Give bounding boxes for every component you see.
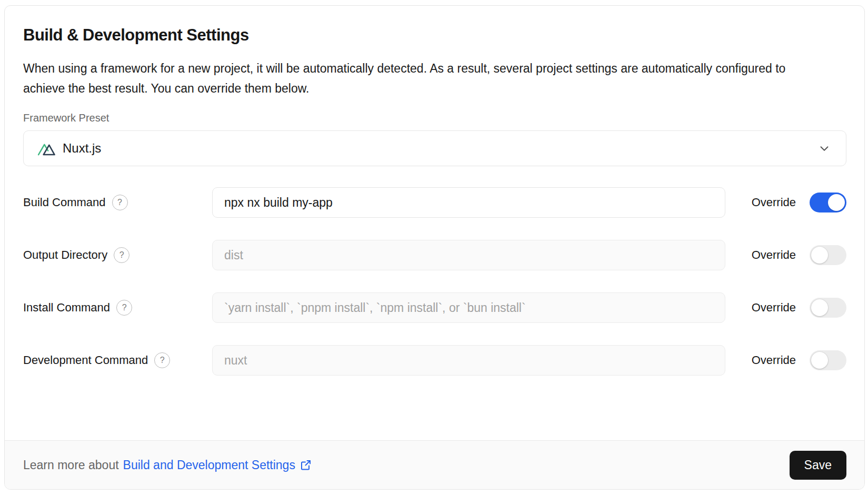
learn-more-prefix: Learn more about	[23, 458, 119, 472]
override-label: Override	[752, 301, 796, 315]
help-circle-icon[interactable]: ?	[112, 195, 128, 210]
build-dev-settings-link[interactable]: Build and Development Settings	[123, 458, 295, 472]
override-label: Override	[752, 353, 796, 367]
framework-selected-value: Nuxt.js	[63, 141, 101, 156]
development-command-override-cell: Override	[725, 350, 846, 370]
override-label: Override	[752, 196, 796, 209]
settings-footer: Learn more about Build and Development S…	[5, 440, 864, 489]
development-command-label-group: Development Command ?	[23, 352, 212, 368]
output-directory-row: Output Directory ? Override	[23, 240, 846, 270]
nuxt-logo-icon	[37, 139, 55, 157]
install-command-override-cell: Override	[725, 298, 846, 318]
row-label-text: Development Command	[23, 353, 148, 367]
row-label-text: Build Command	[23, 196, 106, 209]
install-command-label-group: Install Command ?	[23, 300, 212, 316]
install-command-input	[212, 292, 725, 323]
install-command-row: Install Command ? Override	[23, 292, 846, 323]
help-circle-icon[interactable]: ?	[154, 352, 170, 368]
output-directory-label-group: Output Directory ?	[23, 247, 212, 263]
output-directory-input	[212, 240, 725, 270]
build-dev-settings-card: Build & Development Settings When using …	[4, 5, 865, 490]
build-command-row: Build Command ? Override	[23, 187, 846, 218]
toggle-knob	[811, 299, 828, 316]
development-command-input	[212, 345, 725, 376]
row-label-text: Output Directory	[23, 248, 107, 262]
toggle-knob	[811, 352, 828, 369]
save-button[interactable]: Save	[790, 451, 846, 480]
development-command-override-toggle[interactable]	[810, 350, 846, 370]
framework-preset-select[interactable]: Nuxt.js	[23, 130, 846, 166]
toggle-knob	[811, 247, 828, 264]
output-directory-override-toggle[interactable]	[810, 245, 846, 265]
settings-description: When using a framework for a new project…	[23, 58, 797, 98]
settings-rows: Build Command ? Override Output Director…	[23, 187, 846, 376]
row-label-text: Install Command	[23, 301, 110, 315]
development-command-row: Development Command ? Override	[23, 345, 846, 376]
help-circle-icon[interactable]: ?	[116, 300, 132, 316]
settings-body: Build & Development Settings When using …	[5, 6, 864, 440]
build-command-input[interactable]	[212, 187, 725, 218]
build-command-override-toggle[interactable]	[810, 193, 846, 212]
external-link-icon[interactable]	[300, 459, 312, 471]
build-command-override-cell: Override	[725, 193, 846, 212]
framework-preset-label: Framework Preset	[23, 112, 846, 124]
output-directory-override-cell: Override	[725, 245, 846, 265]
toggle-knob	[828, 194, 845, 211]
override-label: Override	[752, 248, 796, 262]
chevron-down-icon	[817, 141, 831, 155]
install-command-override-toggle[interactable]	[810, 298, 846, 318]
learn-more-text: Learn more about Build and Development S…	[23, 458, 312, 472]
help-circle-icon[interactable]: ?	[114, 247, 129, 263]
page-title: Build & Development Settings	[23, 26, 846, 45]
build-command-label-group: Build Command ?	[23, 195, 212, 210]
